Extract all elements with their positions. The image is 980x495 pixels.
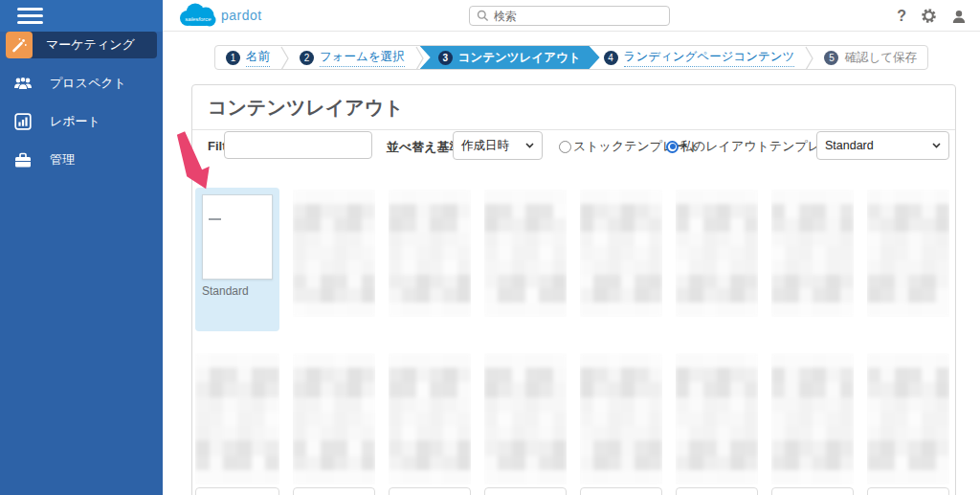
sort-select[interactable]: 作成日時 <box>453 131 543 160</box>
template-select[interactable]: Standard <box>816 131 949 160</box>
pardot-wordmark: pardot <box>221 8 262 23</box>
wizard-wrap: 1 名前 2 フォームを選択 3 コンテンツレイアウト 4 ランディングページコ… <box>163 45 980 70</box>
template-card-partial[interactable] <box>867 487 949 495</box>
template-thumbnail-standard <box>202 194 273 280</box>
template-thumbnail-blurred[interactable] <box>580 190 662 317</box>
radio-checked-icon <box>666 141 679 153</box>
sidebar-item-reports[interactable]: レポート <box>0 108 163 135</box>
template-thumbnail-blurred[interactable] <box>676 353 758 484</box>
template-thumbnail-blurred[interactable] <box>389 190 471 317</box>
template-card-partial[interactable] <box>580 487 662 495</box>
sidebar: マーケティング プロスペクト レポート <box>0 0 163 495</box>
step-label: 確認して保存 <box>844 50 917 66</box>
top-header: salesforce pardot ? <box>163 0 980 32</box>
wizard-step-landing-page-content[interactable]: 4 ランディングページコンテンツ <box>593 46 806 69</box>
step-number-badge: 1 <box>226 51 240 65</box>
chevron-down-icon <box>932 143 941 148</box>
sidebar-item-admin[interactable]: 管理 <box>0 146 163 173</box>
template-card-partial[interactable] <box>484 487 567 495</box>
wizard-step-select-form[interactable]: 2 フォームを選択 <box>289 46 415 69</box>
global-search[interactable] <box>469 6 670 26</box>
step-label: ランディングページコンテンツ <box>624 49 795 67</box>
step-label: コンテンツレイアウト <box>458 50 581 66</box>
template-thumbnail-blurred[interactable] <box>676 190 758 317</box>
template-grid-row-1: Standard <box>192 188 955 331</box>
template-select-value: Standard <box>825 139 874 152</box>
sidebar-item-marketing[interactable]: マーケティング <box>6 32 157 58</box>
search-icon <box>477 10 489 22</box>
sort-by-label: 並べ替え基準 <box>387 139 462 156</box>
step-number-badge: 3 <box>438 51 453 65</box>
step-label: 名前 <box>246 49 270 67</box>
search-input[interactable] <box>494 10 657 23</box>
wizard-step-name[interactable]: 1 名前 <box>215 46 280 69</box>
gear-icon[interactable] <box>921 8 937 24</box>
template-thumbnail-blurred[interactable] <box>293 190 375 317</box>
sidebar-top <box>0 0 163 32</box>
step-number-badge: 4 <box>604 51 618 65</box>
template-thumbnail-blurred[interactable] <box>867 190 949 317</box>
sidebar-item-label: レポート <box>50 113 100 130</box>
wizard-step-content-layout[interactable]: 3 コンテンツレイアウト <box>420 46 600 69</box>
briefcase-icon <box>13 150 33 169</box>
sort-select-value: 作成日時 <box>461 138 509 154</box>
help-icon[interactable]: ? <box>897 8 906 25</box>
report-chart-icon <box>13 112 33 131</box>
sidebar-item-label: マーケティング <box>46 36 135 54</box>
sidebar-item-label: プロスペクト <box>50 75 126 92</box>
template-thumbnail-blurred[interactable] <box>484 190 567 317</box>
wand-icon <box>6 32 33 58</box>
template-card-partial[interactable] <box>389 487 471 495</box>
template-thumbnail-blurred[interactable] <box>195 353 279 484</box>
filter-input[interactable] <box>224 131 372 159</box>
user-icon[interactable] <box>951 9 967 24</box>
template-thumbnail-blurred[interactable] <box>771 353 854 484</box>
template-thumbnail-blurred[interactable] <box>389 353 471 484</box>
menu-hamburger-icon[interactable] <box>17 8 43 25</box>
template-card-partial[interactable] <box>293 487 375 495</box>
chevron-down-icon <box>525 143 534 148</box>
step-separator <box>280 46 289 69</box>
svg-text:salesforce: salesforce <box>185 16 212 22</box>
step-separator <box>805 46 813 69</box>
radio-unchecked-icon <box>559 141 571 153</box>
step-label: フォームを選択 <box>320 49 405 67</box>
sidebar-item-prospects[interactable]: プロスペクト <box>0 70 163 97</box>
sidebar-item-label: 管理 <box>50 151 75 169</box>
template-thumbnail-blurred[interactable] <box>867 353 949 484</box>
template-card-partial[interactable] <box>676 487 758 495</box>
template-thumbnail-blurred[interactable] <box>293 353 375 484</box>
step-separator <box>415 46 424 69</box>
header-icons: ? <box>897 0 967 32</box>
template-thumbnail-blurred[interactable] <box>771 190 854 317</box>
step-number-badge: 5 <box>824 51 838 65</box>
wizard-steps: 1 名前 2 フォームを選択 3 コンテンツレイアウト 4 ランディングページコ… <box>214 45 928 70</box>
step-number-badge: 2 <box>300 51 314 65</box>
template-grid-row-2 <box>192 353 955 484</box>
content-layout-panel: コンテンツレイアウト Filter 並べ替え基準 作成日時 ストックテンプレート… <box>191 84 956 495</box>
salesforce-cloud-icon: salesforce <box>176 2 218 29</box>
template-card-partial[interactable] <box>195 487 279 495</box>
template-card-label: Standard <box>202 284 279 298</box>
template-thumbnail-blurred[interactable] <box>484 353 567 484</box>
template-card-partial[interactable] <box>771 487 854 495</box>
template-thumbnail-blurred[interactable] <box>580 353 662 484</box>
people-icon <box>13 74 33 93</box>
wizard-step-confirm-save: 5 確認して保存 <box>813 46 927 69</box>
pardot-logo: salesforce pardot <box>176 2 262 29</box>
page-title: コンテンツレイアウト <box>192 85 955 130</box>
template-card-standard-selected[interactable]: Standard <box>195 188 279 331</box>
template-grid-row-3 <box>192 487 955 495</box>
